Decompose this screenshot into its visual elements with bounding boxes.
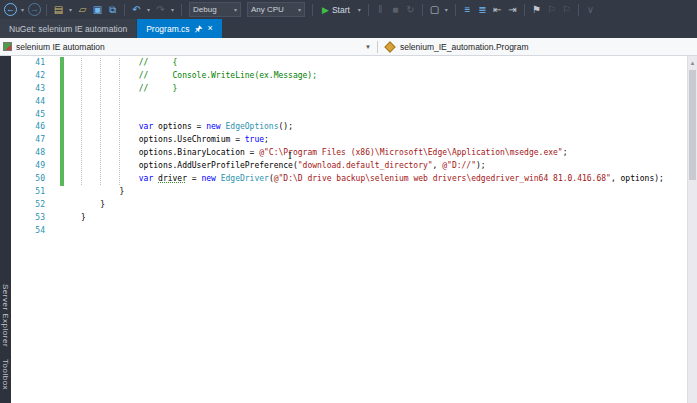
chevron-down-icon: ▾ <box>234 6 237 13</box>
code-line[interactable]: 50 var driver = new EdgeDriver(@"D:\D dr… <box>11 173 687 186</box>
save-all-icon[interactable]: ⧉ <box>106 2 119 17</box>
save-icon[interactable]: ▣ <box>91 2 104 17</box>
close-icon[interactable]: × <box>208 24 213 33</box>
code-line[interactable]: 52 } <box>11 199 687 212</box>
dropdown-caret-icon[interactable]: ▾ <box>443 6 450 13</box>
code-line[interactable]: 42 // Console.WriteLine(ex.Message); <box>11 70 687 83</box>
tab-nuget-selenium-ie-automation[interactable]: NuGet: selenium IE automation <box>0 19 136 38</box>
chevron-down-icon: ▾ <box>298 6 301 13</box>
toolbar-overflow-icon[interactable]: ∨ <box>584 2 597 17</box>
pause-icon[interactable]: ‖ <box>374 2 387 17</box>
side-tool-strip: Server Explorer Toolbox <box>0 56 11 403</box>
code-text: var driver = new EdgeDriver(@"D:\D drive… <box>64 173 664 186</box>
toolbar-separator <box>46 4 47 16</box>
start-debugging-button[interactable]: ▶Start <box>318 5 354 15</box>
code-text <box>64 109 81 122</box>
toolbar-separator <box>422 4 423 16</box>
code-text: } <box>64 186 124 199</box>
nav-back-icon[interactable]: ← <box>4 3 17 16</box>
project-dropdown-label: selenium IE automation <box>16 42 105 52</box>
gutter-gap <box>45 173 60 186</box>
prev-bookmark-icon[interactable]: ⚐ <box>545 2 558 17</box>
line-number: 53 <box>11 212 45 225</box>
toolbar-separator <box>455 4 456 16</box>
main-toolbar: ←▾→▤▾▱▣⧉↶▾↷▾Debug▾Any CPU▾▶Start▾‖■↻▢▾≡≣… <box>0 0 697 19</box>
debug-configuration-combo[interactable]: Debug▾ <box>189 2 241 17</box>
bookmark-icon[interactable]: ⚑ <box>530 2 543 17</box>
line-number: 48 <box>11 147 45 160</box>
indent-guide <box>81 58 82 185</box>
code-editor[interactable]: 41 // {42 // Console.WriteLine(ex.Messag… <box>11 56 687 403</box>
code-line[interactable]: 53} <box>11 212 687 225</box>
nav-forward-icon[interactable]: → <box>28 3 41 16</box>
tab-program-cs[interactable]: Program.cs × <box>137 19 222 38</box>
new-file-icon[interactable]: ▤ <box>52 2 65 17</box>
code-line[interactable]: 51 } <box>11 186 687 199</box>
server-explorer-tab[interactable]: Server Explorer <box>1 284 10 347</box>
dropdown-caret-icon[interactable]: ▾ <box>145 6 152 13</box>
code-line[interactable]: 46 var options = new EdgeOptions(); <box>11 121 687 134</box>
gutter-gap <box>45 160 60 173</box>
redo-icon[interactable]: ↷ <box>154 2 167 17</box>
combo-label: Any CPU <box>251 5 284 14</box>
indent-increase-icon[interactable]: ⇥ <box>506 2 519 17</box>
dropdown-caret-icon[interactable]: ▾ <box>19 6 26 13</box>
undo-icon[interactable]: ↶ <box>130 2 143 17</box>
code-text: options.AddUserProfilePreference("downlo… <box>64 160 486 173</box>
dropdown-caret-icon[interactable]: ▾ <box>356 6 363 13</box>
code-text <box>64 225 81 238</box>
code-text: options.UseChromium = true; <box>64 134 269 147</box>
code-line[interactable]: 48 options.BinaryLocation = @"C:\Program… <box>11 147 687 160</box>
project-dropdown[interactable]: selenium IE automation ▼ <box>0 38 377 55</box>
gutter-gap <box>45 186 60 199</box>
scrollbar-thumb[interactable] <box>689 70 696 180</box>
line-number: 47 <box>11 134 45 147</box>
gutter-gap <box>45 70 60 83</box>
next-bookmark-icon[interactable]: ⚐ <box>560 2 573 17</box>
code-line[interactable]: 54 <box>11 225 687 238</box>
code-text: options.BinaryLocation = @"C:\Program Fi… <box>64 147 567 160</box>
code-text <box>64 96 81 109</box>
stop-icon[interactable]: ■ <box>389 2 402 17</box>
solution-platform-combo[interactable]: Any CPU▾ <box>247 2 305 17</box>
line-number: 42 <box>11 70 45 83</box>
line-number: 51 <box>11 186 45 199</box>
line-number: 41 <box>11 57 45 70</box>
content-area: Server Explorer Toolbox 41 // {42 // Con… <box>0 56 697 403</box>
member-dropdown[interactable]: selenium_IE_automation.Program <box>378 38 529 55</box>
gutter-gap <box>45 212 60 225</box>
preview-window-icon[interactable]: ▢ <box>428 2 441 17</box>
dropdown-caret-icon[interactable]: ▾ <box>67 6 74 13</box>
toolbar-separator <box>312 4 313 16</box>
member-dropdown-label: selenium_IE_automation.Program <box>400 42 529 52</box>
gutter-gap <box>45 199 60 212</box>
navigate-list-icon[interactable]: ≡ <box>461 2 474 17</box>
gutter-gap <box>45 83 60 96</box>
indent-guide <box>119 58 120 185</box>
tab-label: NuGet: selenium IE automation <box>9 24 127 34</box>
combo-label: Debug <box>193 5 217 14</box>
gutter-gap <box>45 134 60 147</box>
code-line[interactable]: 43 // } <box>11 83 687 96</box>
line-number: 49 <box>11 160 45 173</box>
indent-decrease-icon[interactable]: ⇤ <box>491 2 504 17</box>
gutter-gap <box>45 57 60 70</box>
start-label: Start <box>332 5 350 15</box>
code-line[interactable]: 45 <box>11 109 687 122</box>
code-line[interactable]: 41 // { <box>11 57 687 70</box>
toolbar-separator <box>124 4 125 16</box>
toolbar-separator <box>578 4 579 16</box>
pin-icon[interactable] <box>195 25 203 33</box>
open-file-icon[interactable]: ▱ <box>76 2 89 17</box>
code-line[interactable]: 49 options.AddUserProfilePreference("dow… <box>11 160 687 173</box>
line-list-icon[interactable]: ≣ <box>476 2 489 17</box>
class-icon <box>384 41 395 52</box>
code-line[interactable]: 47 options.UseChromium = true; <box>11 134 687 147</box>
vertical-scrollbar[interactable]: ▴ <box>687 56 697 403</box>
restart-icon[interactable]: ↻ <box>404 2 417 17</box>
scrollbar-up-icon[interactable]: ▴ <box>688 56 697 69</box>
toolbox-tab[interactable]: Toolbox <box>1 359 10 390</box>
dropdown-caret-icon[interactable]: ▾ <box>169 6 176 13</box>
code-line[interactable]: 44 <box>11 96 687 109</box>
toolbar-separator <box>368 4 369 16</box>
